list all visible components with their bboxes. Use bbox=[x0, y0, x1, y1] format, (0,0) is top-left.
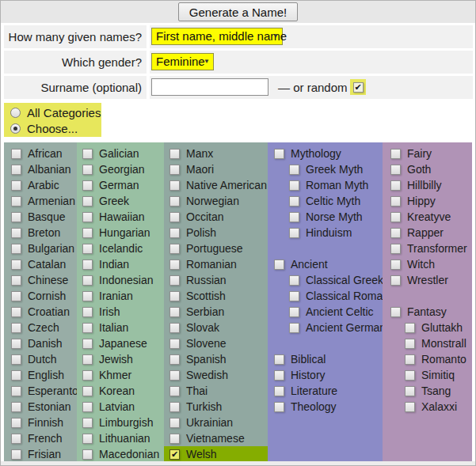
category-checkbox-item[interactable]: Classical Greek bbox=[268, 272, 383, 288]
category-checkbox-item[interactable]: Goth bbox=[383, 161, 472, 177]
category-checkbox-item[interactable]: Estonian bbox=[4, 399, 77, 415]
category-checkbox-item[interactable]: Gluttakh bbox=[383, 320, 472, 335]
gender-select[interactable]: Feminine ▼ bbox=[151, 53, 214, 70]
category-checkbox-item[interactable]: ✔ Welsh bbox=[164, 446, 268, 462]
category-checkbox-item[interactable]: Galician bbox=[77, 146, 164, 161]
category-checkbox-item[interactable]: Dutch bbox=[4, 351, 77, 367]
category-checkbox-item[interactable]: Slovene bbox=[164, 335, 268, 351]
category-checkbox-item[interactable]: Chinese bbox=[4, 272, 77, 288]
category-checkbox-item[interactable]: Ancient Celtic bbox=[268, 304, 383, 320]
radio-choose[interactable]: Choose... bbox=[4, 120, 101, 136]
category-checkbox-item[interactable]: Transformer bbox=[383, 241, 472, 256]
category-checkbox-item[interactable]: Ancient bbox=[268, 256, 383, 272]
category-checkbox-item[interactable]: Greek Myth bbox=[268, 161, 383, 177]
category-checkbox-item[interactable]: Latvian bbox=[77, 399, 164, 415]
category-checkbox-item[interactable]: Slovak bbox=[164, 320, 268, 335]
category-checkbox-item[interactable]: Fairy bbox=[383, 146, 472, 161]
category-checkbox-item[interactable]: Italian bbox=[77, 320, 164, 335]
category-checkbox-item[interactable]: Arabic bbox=[4, 177, 77, 193]
category-checkbox-item[interactable]: Greek bbox=[77, 193, 164, 209]
category-checkbox-item[interactable]: Czech bbox=[4, 320, 77, 335]
category-checkbox-item[interactable]: Danish bbox=[4, 335, 77, 351]
category-checkbox-item[interactable]: Spanish bbox=[164, 351, 268, 367]
category-checkbox-item[interactable]: Norwegian bbox=[164, 193, 268, 209]
category-checkbox-item[interactable]: Ancient Germanic bbox=[268, 320, 383, 335]
category-checkbox-item[interactable]: Basque bbox=[4, 209, 77, 225]
category-checkbox-item[interactable]: Biblical bbox=[268, 351, 383, 367]
given-names-select[interactable]: First name, middle name ▼ bbox=[151, 28, 283, 45]
category-checkbox-item[interactable]: Portuguese bbox=[164, 241, 268, 256]
category-checkbox-item[interactable]: Japanese bbox=[77, 335, 164, 351]
surname-input[interactable] bbox=[151, 78, 268, 96]
category-checkbox-item[interactable]: Romanian bbox=[164, 256, 268, 272]
category-checkbox-item[interactable]: Hippy bbox=[383, 193, 472, 209]
category-checkbox-item[interactable]: Frisian bbox=[4, 446, 77, 462]
category-checkbox-item[interactable]: History bbox=[268, 367, 383, 383]
random-surname-checkbox[interactable]: ✔ bbox=[353, 82, 364, 93]
category-checkbox-item[interactable]: Bulgarian bbox=[4, 241, 77, 256]
category-checkbox-item[interactable]: African bbox=[4, 146, 77, 161]
category-checkbox-item[interactable]: Hungarian bbox=[77, 225, 164, 241]
category-checkbox-item[interactable]: Breton bbox=[4, 225, 77, 241]
category-checkbox-item[interactable]: German bbox=[77, 177, 164, 193]
category-checkbox-item[interactable]: Ukrainian bbox=[164, 415, 268, 430]
category-checkbox-item[interactable]: Russian bbox=[164, 272, 268, 288]
category-checkbox-item[interactable]: Vietnamese bbox=[164, 430, 268, 446]
category-checkbox-item[interactable]: Swedish bbox=[164, 367, 268, 383]
category-checkbox-item[interactable]: Witch bbox=[383, 256, 472, 272]
category-checkbox-item[interactable]: Hillbilly bbox=[383, 177, 472, 193]
category-checkbox-item[interactable]: Hinduism bbox=[268, 225, 383, 241]
category-checkbox-item[interactable]: Roman Myth bbox=[268, 177, 383, 193]
category-checkbox-item[interactable]: Indian bbox=[77, 256, 164, 272]
category-checkbox-item[interactable]: Irish bbox=[77, 304, 164, 320]
category-checkbox-item[interactable]: Wrestler bbox=[383, 272, 472, 288]
category-checkbox-item[interactable]: Manx bbox=[164, 146, 268, 161]
category-checkbox-item[interactable]: Armenian bbox=[4, 193, 77, 209]
category-checkbox-item[interactable]: Turkish bbox=[164, 399, 268, 415]
category-checkbox-item[interactable]: Scottish bbox=[164, 288, 268, 304]
category-checkbox-item[interactable]: Jewish bbox=[77, 351, 164, 367]
category-checkbox-item[interactable]: Tsang bbox=[383, 383, 472, 399]
category-checkbox-item[interactable]: French bbox=[4, 430, 77, 446]
category-checkbox-item[interactable]: Norse Myth bbox=[268, 209, 383, 225]
category-checkbox-item[interactable]: Indonesian bbox=[77, 272, 164, 288]
category-checkbox-item[interactable]: Romanto bbox=[383, 351, 472, 367]
category-checkbox-item[interactable]: Serbian bbox=[164, 304, 268, 320]
checkbox-icon bbox=[11, 212, 21, 222]
category-checkbox-item[interactable]: Xalaxxi bbox=[383, 399, 472, 415]
generate-name-button[interactable]: Generate a Name! bbox=[178, 2, 298, 21]
category-checkbox-item[interactable]: Albanian bbox=[4, 161, 77, 177]
category-checkbox-item[interactable]: Khmer bbox=[77, 367, 164, 383]
category-checkbox-item[interactable]: Fantasy bbox=[383, 304, 472, 320]
category-checkbox-item[interactable]: Classical Roman bbox=[268, 288, 383, 304]
category-checkbox-item[interactable]: Limburgish bbox=[77, 415, 164, 430]
category-checkbox-item[interactable]: Monstrall bbox=[383, 335, 472, 351]
checkbox-checked-icon: ✔ bbox=[169, 449, 180, 460]
category-checkbox-item[interactable]: Simitiq bbox=[383, 367, 472, 383]
category-checkbox-item[interactable]: Croatian bbox=[4, 304, 77, 320]
category-checkbox-item[interactable]: Hawaiian bbox=[77, 209, 164, 225]
category-checkbox-item[interactable]: Macedonian bbox=[77, 446, 164, 462]
category-checkbox-item[interactable]: Mythology bbox=[268, 146, 383, 161]
category-checkbox-item[interactable]: English bbox=[4, 367, 77, 383]
radio-all-categories[interactable]: All Categories bbox=[4, 104, 101, 120]
category-checkbox-item[interactable]: Lithuanian bbox=[77, 430, 164, 446]
category-checkbox-item[interactable]: Theology bbox=[268, 399, 383, 415]
category-checkbox-item[interactable]: Iranian bbox=[77, 288, 164, 304]
category-checkbox-item[interactable]: Celtic Myth bbox=[268, 193, 383, 209]
category-checkbox-item[interactable]: Korean bbox=[77, 383, 164, 399]
category-checkbox-item[interactable]: Georgian bbox=[77, 161, 164, 177]
category-checkbox-item[interactable]: Maori bbox=[164, 161, 268, 177]
category-checkbox-item[interactable]: Icelandic bbox=[77, 241, 164, 256]
category-checkbox-item[interactable]: Occitan bbox=[164, 209, 268, 225]
category-checkbox-item[interactable]: Polish bbox=[164, 225, 268, 241]
category-checkbox-item[interactable]: Finnish bbox=[4, 415, 77, 430]
category-checkbox-item[interactable]: Rapper bbox=[383, 225, 472, 241]
category-checkbox-item[interactable]: Literature bbox=[268, 383, 383, 399]
category-checkbox-item[interactable]: Native American bbox=[164, 177, 268, 193]
category-checkbox-item[interactable]: Kreatyve bbox=[383, 209, 472, 225]
category-checkbox-item[interactable]: Esperanto bbox=[4, 383, 77, 399]
category-checkbox-item[interactable]: Catalan bbox=[4, 256, 77, 272]
category-checkbox-item[interactable]: Thai bbox=[164, 383, 268, 399]
category-checkbox-item[interactable]: Cornish bbox=[4, 288, 77, 304]
